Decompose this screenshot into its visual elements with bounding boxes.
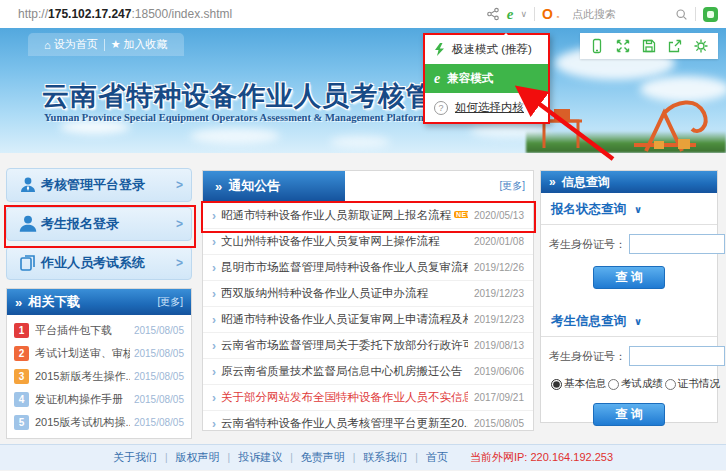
candidate-info-query-toggle[interactable]: 考生信息查询∨ [541, 305, 717, 336]
kernel-chevron-down-icon[interactable]: ∨ [521, 9, 528, 19]
cloud [330, 136, 390, 148]
id-number-label: 考生身份证号： [549, 349, 626, 364]
downloads-header: » 相关下载 [更多] [7, 289, 191, 315]
screen: http://175.102.17.247:18500/index.shtml … [0, 0, 726, 471]
chevron-down-icon: ∨ [634, 204, 642, 215]
sidebar-item-assessment-platform-login[interactable]: 考核管理平台登录 > [6, 168, 192, 202]
fullscreen-icon[interactable] [615, 38, 631, 54]
notice-item[interactable]: ›西双版纳州特种设备作业人员证申办流程2019/12/23 [203, 281, 533, 307]
add-favorite-link[interactable]: ★加入收藏 [105, 36, 174, 53]
home-icon: ⌂ [44, 39, 51, 51]
rank-badge: 1 [14, 323, 29, 338]
bullet-icon: › [212, 391, 216, 405]
chevron-right-icon: > [176, 178, 183, 192]
bullet-icon: › [212, 417, 216, 431]
menu-item-kernel-help[interactable]: ? 如何选择内核 [425, 93, 548, 122]
share-icon[interactable] [486, 7, 500, 21]
notice-item[interactable]: ›原云南省质量技术监督局信息中心机房搬迁公告2019/06/06 [203, 359, 533, 385]
footer-link-disclaimer[interactable]: 免责声明 [301, 450, 345, 465]
set-home-link[interactable]: ⌂设为首页 [38, 36, 104, 53]
rank-badge: 2 [14, 346, 29, 361]
browser-logo-icon[interactable] [703, 7, 718, 22]
notice-item[interactable]: ›云南省特种设备作业人员考核管理平台更新至20...2015/08/05 [203, 411, 533, 436]
notices-header: »通知公告 [更多] [203, 171, 533, 203]
notice-item[interactable]: ›昆明市市场监督管理局特种设备作业人员复审流程...2019/12/26 [203, 255, 533, 281]
settings-gear-icon[interactable] [693, 38, 709, 54]
info-query-header: »信息查询 [541, 171, 717, 193]
url-text[interactable]: http://175.102.17.247:18500/index.shtml [18, 7, 232, 21]
double-arrow-icon: » [15, 295, 22, 310]
new-badge: NEW [454, 211, 468, 218]
kernel-mode-menu: 极速模式 (推荐) e 兼容模式 ? 如何选择内核 [423, 33, 550, 124]
notice-item[interactable]: ›关于部分网站发布全国特种设备作业人员不实信息...2017/09/21 [203, 385, 533, 411]
header-quick-tabs: ⌂设为首页 ★加入收藏 [28, 33, 184, 56]
signup-status-form: 考生身份证号： 查 询 [541, 225, 717, 289]
chevron-right-icon: > [176, 256, 183, 270]
browser-address-bar: http://175.102.17.247:18500/index.shtml … [0, 0, 726, 29]
query-column: »信息查询 报名状态查询∨ 考生身份证号： 查 询 考生信息查询∨ 考生身份证号… [540, 170, 718, 423]
bullet-icon: › [212, 313, 216, 327]
tab-notices[interactable]: »通知公告 [203, 171, 345, 201]
sidebar-item-operator-exam-system[interactable]: 作业人员考试系统 > [6, 246, 192, 280]
menu-item-fast-mode[interactable]: 极速模式 (推荐) [425, 35, 548, 64]
bullet-icon: › [212, 261, 216, 275]
lightning-icon [434, 43, 445, 56]
download-item[interactable]: 32015新版考生操作...2015/08/05 [7, 365, 191, 388]
exam-documents-icon [15, 253, 41, 273]
bullet-icon: › [212, 209, 216, 223]
search-engine-logo: O [542, 6, 553, 22]
notice-item[interactable]: ›昭通市特种设备作业人员新取证网上报名流程NEW2020/05/13 [203, 203, 533, 229]
mobile-icon[interactable] [589, 38, 605, 54]
e-compat-icon: e [434, 71, 440, 87]
bullet-icon: › [212, 339, 216, 353]
chevron-right-icon: > [176, 217, 183, 231]
search-input[interactable]: 点此搜索 [572, 7, 616, 22]
divider [695, 7, 696, 21]
rank-badge: 3 [14, 369, 29, 384]
sidebar-item-candidate-signup-login[interactable]: 考生报名登录 > [6, 207, 192, 241]
signup-query-button[interactable]: 查 询 [593, 266, 665, 289]
signup-id-input[interactable] [629, 234, 725, 254]
hero-crane-photo [526, 83, 726, 153]
download-item[interactable]: 52015版考试机构操...2015/08/05 [7, 411, 191, 434]
notice-item[interactable]: ›文山州特种设备作业人员复审网上操作流程2020/01/08 [203, 229, 533, 255]
notices-more-link[interactable]: [更多] [499, 179, 533, 193]
signup-status-query-toggle[interactable]: 报名状态查询∨ [541, 193, 717, 224]
bullet-icon: › [212, 235, 216, 249]
id-number-label: 考生身份证号： [549, 237, 626, 252]
footer-link-home[interactable]: 首页 [426, 450, 448, 465]
chevron-down-icon: ∨ [634, 316, 642, 327]
footer: 关于我们 | 版权声明 | 投诉建议 | 免责声明 | 联系我们 | 首页 当前… [0, 444, 726, 470]
footer-link-copyright[interactable]: 版权声明 [176, 450, 220, 465]
notice-item[interactable]: ›云南省市场监督管理局关于委托下放部分行政许可...2019/08/13 [203, 333, 533, 359]
left-sidebar: 考核管理平台登录 > 考生报名登录 > 作业人员考试系统 > » 相关下载 [更… [6, 168, 192, 439]
search-icon[interactable] [675, 8, 688, 21]
footer-link-complaint[interactable]: 投诉建议 [238, 450, 282, 465]
save-icon[interactable] [641, 38, 657, 54]
footer-link-contact[interactable]: 联系我们 [363, 450, 407, 465]
footer-link-about[interactable]: 关于我们 [113, 450, 157, 465]
notice-item[interactable]: ›昭通市特种设备作业人员证复审网上申请流程及相...2019/12/23 [203, 307, 533, 333]
candidate-info-form: 考生身份证号： 基本信息 考试成绩 证书情况 查 询 [541, 337, 717, 426]
site-subtitle: Yunnan Province Special Equipment Operat… [44, 112, 427, 123]
radio-exam-score[interactable]: 考试成绩 [608, 377, 663, 391]
star-icon: ★ [111, 38, 121, 51]
candidate-id-input[interactable] [629, 346, 725, 366]
menu-item-compat-mode[interactable]: e 兼容模式 [425, 64, 548, 93]
download-item[interactable]: 2考试计划送审、审核 ...2015/08/05 [7, 342, 191, 365]
radio-certificate[interactable]: 证书情况 [665, 377, 720, 391]
notices-panel: »通知公告 [更多] ›昭通市特种设备作业人员新取证网上报名流程NEW2020/… [202, 170, 534, 431]
downloads-panel: » 相关下载 [更多] 1平台插件包下载2015/08/05 2考试计划送审、审… [6, 288, 192, 439]
rank-badge: 4 [14, 392, 29, 407]
radio-basic-info[interactable]: 基本信息 [551, 377, 606, 391]
info-type-radio-group: 基本信息 考试成绩 证书情况 [549, 377, 709, 391]
export-icon[interactable] [667, 38, 683, 54]
kernel-switch-icon[interactable]: e [507, 7, 514, 22]
candidate-query-button[interactable]: 查 询 [593, 403, 665, 426]
download-item[interactable]: 4发证机构操作手册2015/08/05 [7, 388, 191, 411]
menu-caret [500, 27, 512, 39]
downloads-more-link[interactable]: [更多] [157, 295, 183, 309]
download-item[interactable]: 1平台插件包下载2015/08/05 [7, 319, 191, 342]
external-ip-text: 当前外网IP: 220.164.192.253 [470, 450, 613, 465]
manager-person-icon [15, 175, 41, 195]
